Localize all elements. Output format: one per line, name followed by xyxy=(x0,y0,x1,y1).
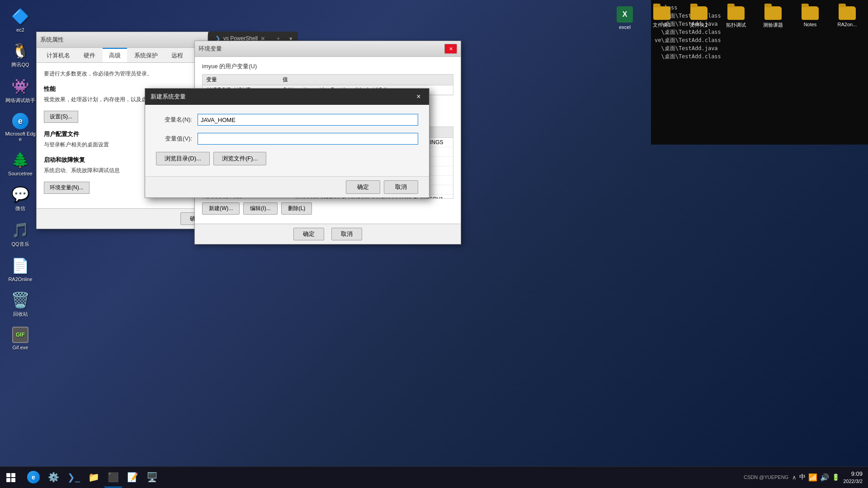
gif-label: Gif.exe xyxy=(13,345,28,350)
taskbar-wifi-icon[interactable]: 📶 xyxy=(808,473,817,482)
taskbar-settings-icon: ⚙️ xyxy=(48,472,59,483)
taskbar-tray: CSDN @YUEPENG ∧ 中 📶 🔊 🔋 9:09 2022/3/2 xyxy=(738,470,868,485)
taskbar-chevron-icon[interactable]: ∧ xyxy=(792,474,797,481)
newvar-footer: 确定 取消 xyxy=(145,176,429,197)
newvar-browse-buttons: 浏览目录(D)... 浏览文件(F)... xyxy=(156,152,418,165)
taskbar-battery-icon[interactable]: 🔋 xyxy=(832,474,840,481)
desktop-icon-folder3[interactable]: 拓扑调试 xyxy=(720,5,752,32)
taskbar-edge-app[interactable]: e xyxy=(24,468,43,488)
sys-var-edit-btn[interactable]: 编辑(I)... xyxy=(243,202,277,215)
folder-icon xyxy=(764,6,782,20)
taskbar-explorer-icon: 📁 xyxy=(88,472,99,483)
envvars-close-btn[interactable]: ✕ xyxy=(444,44,457,54)
folder6-label: RA2on... xyxy=(838,22,857,27)
taskbar-notes-app[interactable]: 📝 xyxy=(123,468,142,488)
desktop-icon-folder1[interactable]: 文件夹1 xyxy=(646,5,678,32)
newvar-browse-dir-btn[interactable]: 浏览目录(D)... xyxy=(156,152,210,165)
taskbar-notes-icon: 📝 xyxy=(127,472,138,483)
sysprops-perf-btn[interactable]: 设置(S)... xyxy=(44,111,78,123)
folder-icon xyxy=(727,6,745,20)
desktop-icon-folder2[interactable]: 文件夹2 xyxy=(683,5,715,32)
user-var-col-value: 值 xyxy=(279,75,453,85)
envvars-ok-btn[interactable]: 确定 xyxy=(293,228,324,240)
sys-var-delete-btn[interactable]: 删除(L) xyxy=(281,202,312,215)
ra2-icon: 📄 xyxy=(11,257,29,275)
terminal-line: \桌面\TestAdd.class xyxy=(655,52,864,61)
taskbar-extra-app[interactable]: 🖥️ xyxy=(143,468,161,488)
taskbar-terminal-app[interactable]: ⬛ xyxy=(104,468,123,488)
tab-sysprotect[interactable]: 系统保护 xyxy=(128,48,164,62)
folder1-label: 文件夹1 xyxy=(653,22,670,28)
newvar-name-row: 变量名(N): xyxy=(156,114,418,126)
folder2-label: 文件夹2 xyxy=(690,22,708,28)
tab-remote[interactable]: 远程 xyxy=(165,48,189,62)
windows-icon xyxy=(6,473,15,482)
folder-icon xyxy=(802,6,819,20)
newvar-close-btn[interactable]: × xyxy=(414,92,424,102)
desktop: d.class \桌面\TestAdd.class \桌面\TestAdd.ja… xyxy=(0,0,868,488)
desktop-icon-folder6[interactable]: RA2on... xyxy=(831,5,863,32)
desktop-icon-sourcetree[interactable]: 🌲 Sourcetree xyxy=(2,148,38,179)
taskbar-date: 2022/3/2 xyxy=(843,478,863,485)
envvars-footer: 确定 取消 xyxy=(195,224,461,244)
taskbar-start-btn[interactable] xyxy=(0,467,22,488)
tab-hardware[interactable]: 硬件 xyxy=(77,48,102,62)
taskbar-tray-icons: ∧ 中 📶 🔊 🔋 xyxy=(792,473,840,482)
desktop-icon-recycle[interactable]: 🗑️ 回收站 xyxy=(2,288,38,320)
newvar-titlebar: 新建系统变量 × xyxy=(145,89,429,105)
user-var-col-name: 变量 xyxy=(203,75,279,85)
desktop-icon-folder5[interactable]: Notes xyxy=(794,5,826,32)
folder-icon xyxy=(653,6,670,20)
taskbar-lang-icon[interactable]: 中 xyxy=(799,473,806,481)
sysprops-env-btn[interactable]: 环境变量(N)... xyxy=(44,182,90,194)
newvar-cancel-btn[interactable]: 取消 xyxy=(384,180,418,194)
desktop-icon-excel[interactable]: X excel xyxy=(609,5,641,32)
folder-icon xyxy=(690,6,708,20)
wechat-label: 微信 xyxy=(15,205,25,212)
desktop-left-icons: 🔷 ec2 🐧 腾讯QQ 👾 网络调试助手 e Microsoft Edge 🌲… xyxy=(0,0,41,466)
tab-advanced[interactable]: 高级 xyxy=(103,48,127,62)
qqmusic-label: QQ音乐 xyxy=(11,241,29,248)
newvar-name-input[interactable] xyxy=(198,114,418,126)
taskbar-explorer-app[interactable]: 📁 xyxy=(85,468,103,488)
taskbar-items: e ⚙️ ❯_ 📁 ⬛ 📝 🖥️ xyxy=(22,468,738,488)
taskbar-sound-icon[interactable]: 🔊 xyxy=(820,473,829,482)
desktop-icon-edge[interactable]: e Microsoft Edge xyxy=(2,110,38,145)
qq-icon: 🐧 xyxy=(11,42,29,60)
desktop-icon-folder4[interactable]: 测验课题 xyxy=(757,5,789,32)
taskbar-terminal-icon: ⬛ xyxy=(108,472,119,483)
desktop-icon-ra2[interactable]: 📄 RA2Online xyxy=(2,254,38,285)
excel-icon-label: excel xyxy=(619,24,631,30)
qq-label: 腾讯QQ xyxy=(11,61,29,68)
folder5-label: Notes xyxy=(804,22,817,27)
wechat-icon: 💬 xyxy=(11,185,29,203)
taskbar-vs-app[interactable]: ❯_ xyxy=(64,468,84,488)
envvars-cancel-btn[interactable]: 取消 xyxy=(331,228,362,240)
taskbar-settings-app[interactable]: ⚙️ xyxy=(44,468,63,488)
newvar-ok-btn[interactable]: 确定 xyxy=(346,180,380,194)
newvar-value-row: 变量值(V): xyxy=(156,133,418,145)
ec2-label: ec2 xyxy=(16,27,24,33)
desktop-icon-netdebug[interactable]: 👾 网络调试助手 xyxy=(2,75,38,107)
sys-var-buttons: 新建(W)... 编辑(I)... 删除(L) xyxy=(202,202,453,215)
taskbar-vs-icon: ❯_ xyxy=(67,472,80,483)
gif-icon: GIF xyxy=(12,327,28,343)
desktop-icon-gif[interactable]: GIF Gif.exe xyxy=(2,324,38,353)
taskbar-tray-label: CSDN @YUEPENG xyxy=(744,474,788,480)
desktop-icon-wechat[interactable]: 💬 微信 xyxy=(2,183,38,215)
desktop-icon-qq[interactable]: 🐧 腾讯QQ xyxy=(2,39,38,71)
newvar-value-label: 变量值(V): xyxy=(156,135,192,143)
recycle-label: 回收站 xyxy=(13,311,28,318)
user-vars-title: imyue 的用户变量(U) xyxy=(202,62,453,70)
sysprops-title: 系统属性 xyxy=(40,36,64,44)
newvar-browse-file-btn[interactable]: 浏览文件(F)... xyxy=(213,152,266,165)
sourcetree-label: Sourcetree xyxy=(8,171,33,176)
newvar-value-input[interactable] xyxy=(198,133,418,145)
taskbar-clock[interactable]: 9:09 2022/3/2 xyxy=(843,470,863,485)
sys-var-new-btn[interactable]: 新建(W)... xyxy=(202,202,240,215)
envvars-controls: ✕ xyxy=(444,44,457,54)
tab-computer-name[interactable]: 计算机名 xyxy=(40,48,76,62)
desktop-icon-qqmusic[interactable]: 🎵 QQ音乐 xyxy=(2,218,38,250)
taskbar-extra-icon: 🖥️ xyxy=(146,472,158,483)
desktop-icon-ec2[interactable]: 🔷 ec2 xyxy=(2,5,38,35)
